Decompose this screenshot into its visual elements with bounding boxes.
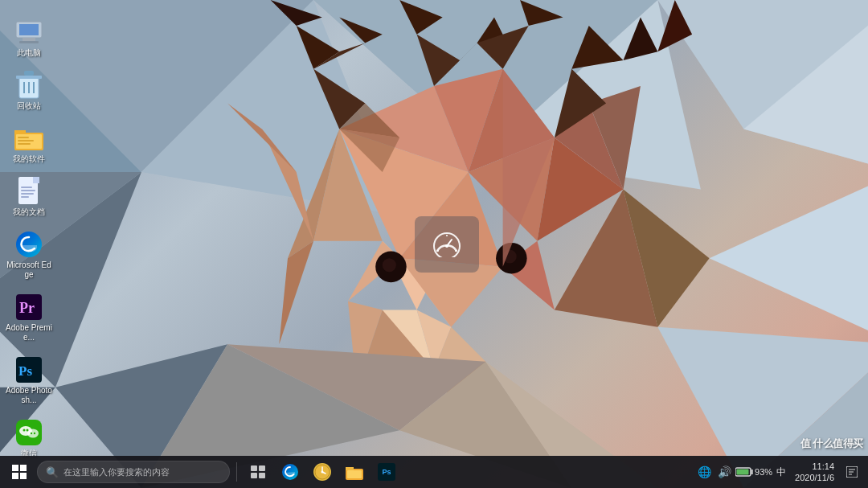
svg-rect-89 (21, 196, 29, 198)
taskbar-search[interactable]: 🔍 在这里输入你要搜索的内容 (37, 461, 230, 483)
svg-rect-119 (347, 470, 362, 478)
battery-icon (735, 466, 753, 478)
desktop: 此电脑 回收站 (0, 0, 868, 488)
desktop-icon-photoshop[interactable]: Ps Adobe Photosh... (2, 352, 56, 408)
speed-dial-overlay (415, 216, 479, 273)
desktop-icon-my-docs[interactable]: 我的文档 (2, 174, 56, 220)
desktop-icon-edge[interactable]: Microsoft Edge (2, 227, 56, 283)
svg-point-98 (23, 429, 26, 432)
taskbar-edge-icon (281, 463, 299, 481)
svg-rect-121 (751, 470, 753, 474)
svg-point-45 (383, 258, 396, 272)
battery-indicator[interactable]: 93% (735, 466, 772, 478)
svg-rect-86 (21, 187, 32, 188)
svg-text:Ps: Ps (18, 363, 32, 379)
svg-rect-72 (16, 76, 42, 79)
clock-time: 11:14 (812, 461, 834, 472)
svg-marker-47 (279, 241, 313, 344)
svg-rect-108 (251, 465, 257, 471)
svg-rect-78 (14, 130, 26, 134)
search-placeholder-text: 在这里输入你要搜索的内容 (63, 466, 170, 478)
svg-rect-109 (259, 465, 265, 471)
svg-point-90 (16, 232, 42, 257)
site-watermark: 值 什么值得买 (800, 437, 863, 451)
svg-point-99 (27, 429, 29, 432)
taskbar-photoshop-button[interactable]: Ps (372, 457, 401, 486)
my-software-icon (14, 124, 43, 153)
speedometer-icon (429, 227, 465, 261)
svg-point-116 (321, 471, 324, 474)
desktop-icon-wechat[interactable]: 微信 (2, 415, 56, 461)
recycle-bin-label: 回收站 (17, 101, 41, 111)
search-icon: 🔍 (46, 466, 59, 478)
taskbar-divider (236, 462, 237, 482)
system-tray: 🌐 🔊 93% 中 (695, 465, 788, 479)
premiere-label: Adobe Premie... (5, 323, 53, 342)
svg-rect-118 (346, 467, 354, 470)
taskbar-files-button[interactable] (340, 457, 369, 486)
edge-label: Microsoft Edge (5, 260, 53, 280)
svg-rect-70 (19, 41, 39, 43)
svg-rect-81 (18, 140, 34, 141)
taskbar-clock-app-icon (313, 463, 331, 481)
volume-tray-icon[interactable]: 🔊 (715, 465, 734, 478)
task-view-button[interactable] (244, 457, 272, 486)
desktop-icon-this-pc[interactable]: 此电脑 (2, 14, 56, 61)
svg-rect-110 (251, 473, 257, 478)
svg-point-104 (445, 244, 448, 248)
svg-point-112 (282, 464, 298, 480)
svg-rect-80 (18, 137, 29, 138)
desktop-icon-premiere[interactable]: Pr Adobe Premie... (2, 289, 56, 346)
network-tray-icon[interactable]: 🌐 (695, 465, 714, 478)
svg-rect-82 (18, 143, 31, 145)
wechat-icon (14, 418, 43, 447)
task-view-icon (251, 465, 265, 478)
svg-rect-73 (24, 71, 34, 76)
clock-date: 2020/11/6 (795, 472, 834, 483)
start-button[interactable] (5, 457, 34, 486)
desktop-icons: 此电脑 回收站 (0, 8, 58, 468)
language-label: 中 (776, 466, 786, 478)
svg-rect-122 (737, 470, 749, 475)
taskbar-files-icon (346, 464, 363, 480)
language-indicator[interactable]: 中 (774, 465, 788, 479)
photoshop-icon: Ps (14, 355, 43, 384)
svg-marker-57 (710, 172, 868, 344)
svg-rect-88 (21, 193, 34, 195)
premiere-icon: Pr (14, 293, 43, 322)
my-docs-icon (14, 177, 43, 206)
svg-point-97 (27, 429, 39, 438)
taskbar-edge-button[interactable] (276, 457, 305, 486)
this-pc-icon (14, 18, 43, 47)
taskbar-clock-app-button[interactable] (308, 457, 337, 486)
notification-center-button[interactable] (841, 457, 863, 486)
windows-logo-icon (12, 465, 27, 479)
edge-icon (14, 230, 43, 259)
svg-rect-87 (21, 190, 35, 191)
desktop-icon-recycle-bin[interactable]: 回收站 (2, 68, 56, 114)
taskbar-photoshop-icon: Ps (378, 463, 395, 481)
clock-display[interactable]: 11:14 2020/11/6 (795, 461, 834, 484)
svg-text:Pr: Pr (19, 300, 35, 316)
my-docs-label: 我的文档 (13, 207, 45, 217)
taskbar: 🔍 在这里输入你要搜索的内容 (0, 456, 868, 488)
my-software-label: 我的软件 (13, 154, 45, 164)
this-pc-label: 此电脑 (17, 48, 41, 58)
notification-icon (846, 466, 858, 478)
svg-rect-111 (259, 473, 265, 478)
desktop-icon-my-software[interactable]: 我的软件 (2, 121, 56, 167)
svg-rect-68 (19, 24, 39, 35)
svg-rect-85 (33, 177, 39, 183)
recycle-bin-icon (14, 71, 43, 100)
svg-point-101 (34, 433, 35, 434)
photoshop-label: Adobe Photosh... (5, 386, 53, 405)
battery-percentage: 93% (755, 467, 772, 477)
svg-rect-69 (23, 38, 35, 41)
svg-point-100 (31, 433, 32, 434)
